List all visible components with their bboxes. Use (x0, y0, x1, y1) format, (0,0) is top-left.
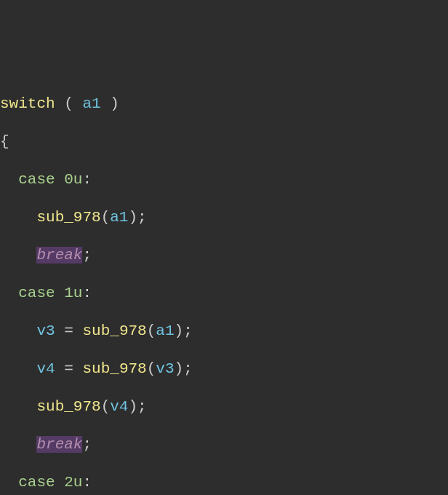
code-editor[interactable]: switch ( a1 ) { case 0u: sub_978(a1); br… (0, 76, 448, 495)
code-line: switch ( a1 ) (0, 95, 448, 114)
function-name: sub_978 (82, 322, 146, 339)
literal: 1u (64, 285, 82, 301)
identifier: v4 (110, 398, 128, 415)
function-name: sub_978 (82, 360, 146, 377)
code-line: case 2u: (0, 473, 448, 492)
function-name: sub_978 (36, 398, 100, 415)
identifier: v3 (36, 322, 55, 339)
identifier: a1 (156, 322, 174, 339)
code-line: break; (0, 435, 448, 454)
keyword-case: case (18, 474, 55, 491)
code-line: case 0u: (0, 170, 448, 189)
code-line: sub_978(a1); (0, 208, 448, 227)
switch-close: ) (101, 95, 119, 112)
identifier: a1 (110, 209, 128, 226)
keyword-case: case (18, 171, 55, 188)
code-line: { (0, 132, 448, 151)
colon: : (82, 171, 92, 188)
keyword-break: break (36, 247, 82, 264)
keyword-case: case (18, 285, 55, 301)
keyword-break: break (36, 436, 82, 453)
code-line: sub_978(v4); (0, 397, 448, 416)
code-line: break; (0, 246, 448, 265)
keyword-switch: switch (0, 95, 55, 112)
switch-open: ( (55, 95, 83, 112)
literal: 2u (64, 474, 82, 491)
code-line: v3 = sub_978(a1); (0, 322, 448, 341)
identifier: a1 (82, 95, 100, 112)
function-name: sub_978 (36, 209, 100, 226)
identifier: v4 (36, 360, 55, 377)
code-line: v4 = sub_978(v3); (0, 360, 448, 379)
code-line: case 1u: (0, 284, 448, 303)
literal: 0u (64, 171, 82, 188)
brace-open: { (0, 133, 9, 150)
identifier: v3 (156, 360, 174, 377)
